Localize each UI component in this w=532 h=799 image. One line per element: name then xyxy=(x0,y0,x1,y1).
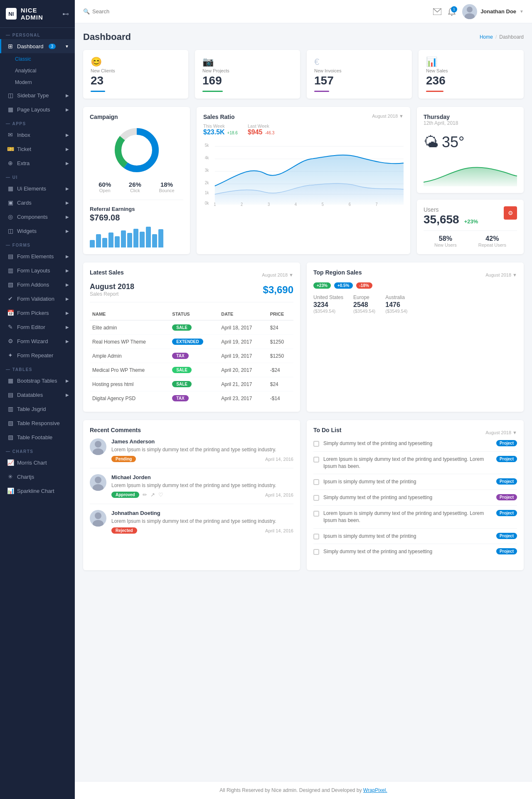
cell-name: Medical Pro WP Theme xyxy=(90,363,170,377)
sidebar-item-form-pickers[interactable]: 📅 Form Pickers ▶ xyxy=(0,306,75,320)
stat-bar-projects xyxy=(202,91,223,92)
comment-text: Lorem Ipsum is simply dummy text of the … xyxy=(111,517,293,525)
sidebar-sub-classic[interactable]: Classic xyxy=(0,53,75,65)
user-avatar xyxy=(462,4,477,19)
sidebar-item-form-addons[interactable]: ▧ Form Addons ▶ xyxy=(0,277,75,292)
sidebar-item-page-layouts[interactable]: ▦ Page Layouts ▶ xyxy=(0,102,75,116)
sidebar-item-ui-elements[interactable]: ▦ Ui Elements ▶ xyxy=(0,181,75,195)
sales-ratio-date[interactable]: August 2018 ▼ xyxy=(372,114,404,119)
menu-icon[interactable]: ⊷ xyxy=(62,10,69,18)
top-region-date[interactable]: August 2018 ▼ xyxy=(485,272,517,277)
logo-box: NI xyxy=(6,8,17,20)
sidebar-item-extra[interactable]: ⊕ Extra ▶ xyxy=(0,156,75,170)
sidebar-item-chartjs[interactable]: ✳ Chartjs xyxy=(0,470,75,484)
notification-button[interactable]: 1 xyxy=(448,7,456,16)
todo-checkbox[interactable] xyxy=(313,495,319,501)
clients-icon: 😊 xyxy=(91,57,115,67)
status-badge: Sale xyxy=(172,367,192,373)
list-item: Simply dummy text of the printing and ty… xyxy=(313,548,517,559)
form-editor-icon: ✎ xyxy=(7,324,14,330)
user-menu[interactable]: Jonathan Doe ▼ xyxy=(462,4,524,19)
sidebar-item-cards[interactable]: ▣ Cards ▶ xyxy=(0,195,75,210)
sidebar-item-sparkline-chart[interactable]: 📊 Sparkline Chart xyxy=(0,484,75,498)
latest-sales-date[interactable]: August 2018 ▼ xyxy=(262,272,293,277)
sidebar-item-form-editor[interactable]: ✎ Form Editor ▶ xyxy=(0,320,75,334)
app-name: NICE ADMIN xyxy=(21,7,58,21)
sidebar-item-form-validation[interactable]: ✔ Form Validation ▶ xyxy=(0,292,75,306)
section-forms: — FORMS xyxy=(0,238,75,249)
comment-item: Michael Jorden Lorem Ipsum is simply dum… xyxy=(90,474,293,504)
comment-text: Lorem Ipsum is simply dummy text of the … xyxy=(111,446,293,453)
sidebar-item-form-repeater[interactable]: ✦ Form Repeater xyxy=(0,348,75,362)
last-week: Last Week $945 -46.3 xyxy=(248,124,274,136)
sidebar-item-form-wizard[interactable]: ⚙ Form Wizard ▶ xyxy=(0,334,75,348)
this-week-label: This Week xyxy=(203,124,238,129)
open-pct: 60% xyxy=(99,181,111,188)
sidebar-item-dashboard[interactable]: ⊞ Dashboard 3 ▼ xyxy=(0,39,75,53)
form-wizard-arrow: ▶ xyxy=(66,339,69,344)
sidebar-item-table-jsgrid[interactable]: ▥ Table Jsgrid xyxy=(0,402,75,416)
todo-badge: Project xyxy=(496,456,517,462)
todo-date[interactable]: August 2018 ▼ xyxy=(485,430,517,435)
heart-icon[interactable]: ♡ xyxy=(158,492,163,498)
section-personal: — PERSONAL xyxy=(0,28,75,39)
repeat-users-pct: 42% xyxy=(478,235,506,242)
inbox-arrow: ▶ xyxy=(66,133,69,137)
users-gear-button[interactable]: ⚙ xyxy=(504,206,517,220)
col-status: STATUS xyxy=(170,308,219,320)
label-sparkline-chart: Sparkline Chart xyxy=(17,488,54,494)
sidebar-sub-analytical[interactable]: Analytical xyxy=(0,65,75,77)
comment-author: James Anderson xyxy=(111,438,293,445)
region-badges: +23%+0.5%-18% xyxy=(313,282,517,289)
mail-button[interactable] xyxy=(433,8,441,15)
cell-date: April 21, 2017 xyxy=(219,377,267,391)
sidebar-item-inbox[interactable]: ✉ Inbox ▶ xyxy=(0,128,75,142)
sidebar-item-sidebar-type[interactable]: ◫ Sidebar Type ▶ xyxy=(0,88,75,102)
todo-checkbox[interactable] xyxy=(313,549,319,555)
top-region-title: Top Region Sales xyxy=(313,269,362,276)
stat-value-sales: 236 xyxy=(426,74,448,87)
sidebar-item-widgets[interactable]: ◫ Widgets ▶ xyxy=(0,224,75,238)
todo-checkbox[interactable] xyxy=(313,534,319,539)
sidebar-item-table-responsive[interactable]: ▧ Table Responsive xyxy=(0,416,75,430)
sidebar-item-table-footable[interactable]: ▨ Table Footable xyxy=(0,430,75,444)
users-growth: +23% xyxy=(464,218,478,225)
label-form-elements: Form Elements xyxy=(17,253,54,260)
share-icon[interactable]: ↗ xyxy=(150,492,155,498)
sidebar-item-datatables[interactable]: ▤ Datatables ▶ xyxy=(0,388,75,402)
todo-checkbox[interactable] xyxy=(313,457,319,463)
form-pickers-arrow: ▶ xyxy=(66,311,69,315)
label-form-addons: Form Addons xyxy=(17,282,49,288)
todo-checkbox[interactable] xyxy=(313,511,319,517)
sidebar-item-bootstrap-tables[interactable]: ▦ Bootstrap Tables ▶ xyxy=(0,374,75,388)
bootstrap-tables-icon: ▦ xyxy=(7,377,14,384)
extra-icon: ⊕ xyxy=(7,160,14,166)
svg-text:4k: 4k xyxy=(205,156,209,160)
referral-title: Referral Earnings xyxy=(90,206,183,212)
edit-icon[interactable]: ✏ xyxy=(143,492,147,498)
stat-info-clients: 😊 New Clients 23 xyxy=(91,57,115,92)
todo-text: Simply dummy text of the printing and ty… xyxy=(323,440,492,447)
todo-checkbox[interactable] xyxy=(313,441,319,447)
footer-link[interactable]: WrapPixel. xyxy=(363,787,387,793)
breadcrumb-home[interactable]: Home xyxy=(480,34,493,40)
sidebar-sub-modern[interactable]: Modern xyxy=(0,77,75,88)
sidebar-item-morris-chart[interactable]: 📈 Morris Chart xyxy=(0,455,75,470)
search-input[interactable] xyxy=(92,8,175,15)
stats-row: 😊 New Clients 23 📷 New Projects 169 xyxy=(83,50,524,99)
page-layouts-icon: ▦ xyxy=(7,106,14,113)
stat-label-clients: New Clients xyxy=(91,68,115,73)
region-name: Australia xyxy=(385,294,407,300)
sidebar-item-components[interactable]: ◎ Components ▶ xyxy=(0,210,75,224)
todo-checkbox[interactable] xyxy=(313,479,319,485)
sidebar-item-form-layouts[interactable]: ▥ Form Layouts ▶ xyxy=(0,263,75,277)
click-pct: 26% xyxy=(129,181,141,188)
sidebar-item-ticket[interactable]: 🎫 Ticket ▶ xyxy=(0,142,75,156)
open-label: Open xyxy=(99,188,111,193)
users-title: Users xyxy=(424,206,478,213)
this-week: This Week $23.5K +18.6 xyxy=(203,124,238,136)
stat-info-sales: 📊 New Sales 236 xyxy=(426,57,448,92)
sidebar-item-form-elements[interactable]: ▤ Form Elements ▶ xyxy=(0,249,75,263)
widgets-icon: ◫ xyxy=(7,228,14,234)
latest-sales-title: Latest Sales xyxy=(90,269,124,276)
